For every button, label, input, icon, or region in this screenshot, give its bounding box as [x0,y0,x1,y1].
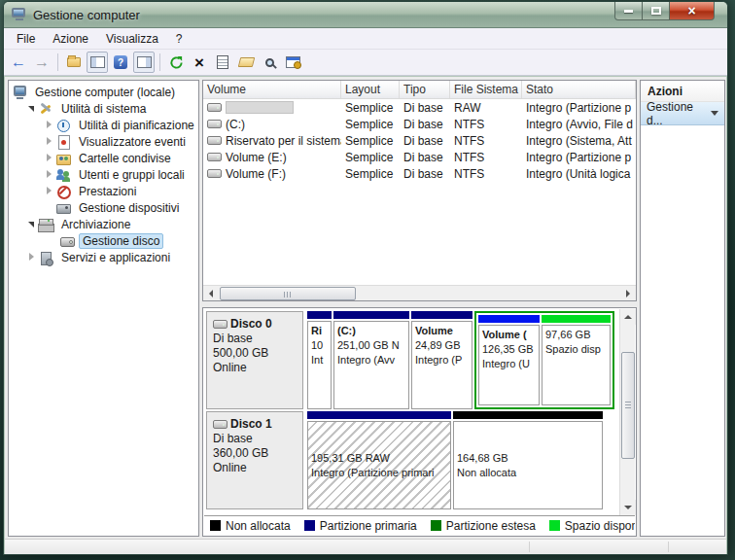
table-row[interactable]: Volume (E:) Semplice Di base NTFS Integr… [203,149,636,165]
menu-file[interactable]: File [8,30,44,48]
tree-item-local-users-groups[interactable]: Utenti e gruppi locali [9,166,198,183]
tree-item-services-applications[interactable]: Servizi e applicazioni [9,249,198,265]
delete-button[interactable]: × [189,52,210,73]
volume-list-header: Volume Layout Tipo File Sistema Stato [203,81,636,99]
status-bar [5,539,726,554]
forward-button[interactable]: → [31,52,52,73]
open-folder-icon [237,57,254,67]
horizontal-scrollbar[interactable] [203,285,636,300]
tree-item-storage[interactable]: Archiviazione [9,216,198,232]
scroll-left-button[interactable] [203,286,219,301]
expander-expanded-icon[interactable] [27,103,38,114]
delete-icon: × [194,54,204,71]
expander-collapsed-icon[interactable] [45,186,55,196]
minimize-button[interactable] [614,2,643,20]
tree-item-task-scheduler[interactable]: Utilità di pianificazione [9,117,198,133]
partition-system-reserved[interactable]: Ri 10 Int [307,311,332,409]
expander-expanded-icon[interactable] [27,219,38,229]
chevron-down-icon [711,111,718,116]
partition-c[interactable]: (C:) 251,00 GB N Integro (Avv [333,311,409,409]
legend-extended-partition: Partizione estesa [431,519,536,533]
maximize-button[interactable] [643,2,670,20]
menu-help[interactable]: ? [167,30,192,48]
menubar: File Azione Visualizza ? [4,28,727,50]
show-console-tree-button[interactable] [87,52,108,73]
primary-partition-bar [307,311,332,319]
show-action-pane-button[interactable] [133,52,155,73]
scroll-down-button[interactable] [620,500,636,515]
disk-row-0: Disco 0 Di base 500,00 GB Online Ri 10 [206,311,618,409]
legend-swatch [304,520,315,531]
table-row[interactable]: (C:) Semplice Di base NTFS Integro (Avvi… [203,116,636,132]
partition-raw-selected[interactable]: 195,31 GB RAW Integro (Partizione primar… [307,411,451,509]
storage-icon [39,218,53,231]
menu-visualizza[interactable]: Visualizza [97,30,167,48]
help-icon: ? [114,55,127,69]
scroll-right-button[interactable] [620,286,636,301]
refresh-button[interactable] [165,52,187,73]
toolbar-separator [57,53,58,71]
legend-free-space: Spazio disponibile [549,519,635,533]
column-file-sistema[interactable]: File Sistema [450,81,522,98]
table-row[interactable]: Riservato per il sistema Semplice Di bas… [203,132,636,149]
partition-free-space[interactable]: 97,66 GB Spazio disp [542,315,611,405]
expander-collapsed-icon[interactable] [45,153,55,163]
table-row[interactable]: Volume (F:) Semplice Di base NTFS Integr… [203,165,636,182]
partition-f-logical[interactable]: Volume ( 126,35 GB Integro (U [478,315,540,405]
performance-icon [56,185,71,198]
properties-icon [217,55,228,69]
titlebar[interactable]: Gestione computer × [4,2,727,28]
scroll-up-button[interactable] [620,309,636,325]
scroll-down-icon [624,506,632,509]
actions-pane: Azioni Gestione d... [640,80,725,537]
tree-item-system-tools[interactable]: Utilità di sistema [9,100,198,117]
tree-item-shared-folders[interactable]: Cartelle condivise [9,150,198,166]
system-tools-icon [39,102,53,116]
expander-collapsed-icon[interactable] [45,169,55,180]
disk-graphical-view: Disco 0 Di base 500,00 GB Online Ri 10 [202,307,637,537]
expander-collapsed-icon[interactable] [45,136,55,147]
table-row[interactable]: Semplice Di base RAW Integro (Partizione… [203,99,636,116]
properties-button[interactable] [212,52,233,73]
tree-item-event-viewer[interactable]: Visualizzatore eventi [9,133,198,150]
console-options-button[interactable] [282,52,303,73]
tree-item-computer-management[interactable]: Gestione computer (locale) [9,84,198,100]
tree-item-disk-management[interactable]: Gestione disco [9,232,198,249]
open-button[interactable] [235,52,257,73]
status-divider [668,542,669,552]
disk-row-1: Disco 1 Di base 360,00 GB Online 195,31 … [206,411,618,509]
expander-collapsed-icon[interactable] [27,252,38,262]
status-divider [529,542,530,552]
menu-azione[interactable]: Azione [44,30,97,48]
partition-unallocated[interactable]: 164,68 GB Non allocata [453,411,603,509]
back-icon: ← [11,54,26,70]
shared-folders-icon [56,152,71,165]
column-stato[interactable]: Stato [522,81,636,98]
scrollbar-thumb[interactable] [621,352,635,459]
scrollbar-thumb[interactable] [220,287,356,300]
app-icon [12,8,27,21]
disk-icon [213,320,228,329]
legend-swatch [210,520,221,531]
volume-icon [207,136,222,145]
back-button[interactable]: ← [8,52,29,73]
column-tipo[interactable]: Tipo [400,81,450,98]
volume-list: Volume Layout Tipo File Sistema Stato Se… [202,80,637,301]
actions-disk-management-item[interactable]: Gestione d... [641,102,724,125]
tree-item-performance[interactable]: Prestazioni [9,183,198,199]
find-button[interactable] [259,52,280,73]
expander-collapsed-icon[interactable] [45,120,55,130]
disk-0-label[interactable]: Disco 0 Di base 500,00 GB Online [206,311,303,409]
column-layout[interactable]: Layout [341,81,400,98]
primary-partition-bar [411,311,472,319]
export-list-button[interactable] [63,52,85,73]
column-volume[interactable]: Volume [203,81,341,98]
partition-legend: Non allocata Partizione primaria Partizi… [204,515,635,535]
tree-item-device-manager[interactable]: Gestione dispositivi [9,199,198,216]
disk-1-label[interactable]: Disco 1 Di base 360,00 GB Online [206,411,303,509]
partition-e[interactable]: Volume 24,89 GB Integro (P [411,311,472,409]
help-button[interactable]: ? [110,52,131,73]
close-button[interactable]: × [670,2,715,20]
vertical-scrollbar[interactable] [619,309,635,515]
content-area: Gestione computer (locale) Utilità di si… [5,77,726,540]
